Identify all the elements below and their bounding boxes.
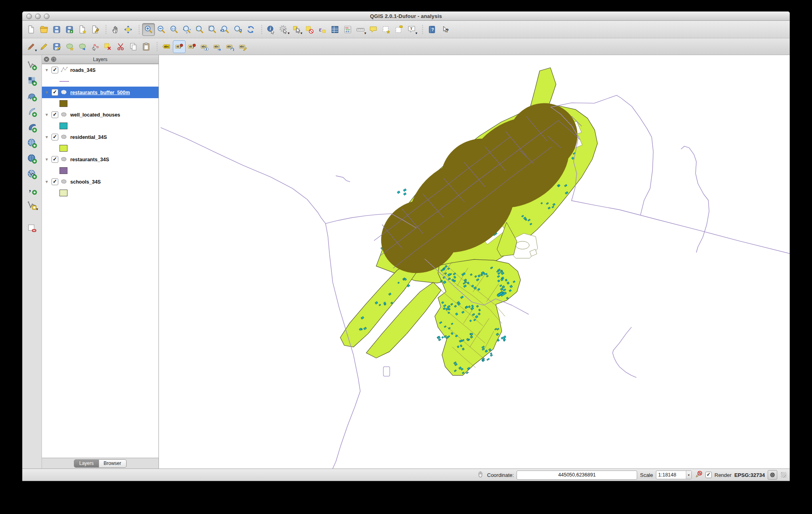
new-bookmark-button[interactable] [380,23,392,36]
layer-visibility-checkbox[interactable]: ✓ [51,89,58,96]
mouse-position-icon[interactable] [476,471,484,480]
layer-name[interactable]: well_located_houses [70,112,120,118]
show-bookmarks-button[interactable] [392,23,405,36]
new-shapefile-layer-button[interactable]: ▼ [25,198,39,212]
add-vector-layer-button[interactable] [25,58,39,72]
pin-unpin-labels-button[interactable]: ab [173,40,186,53]
add-wfs-layer-button[interactable] [25,167,39,181]
open-project-button[interactable] [38,23,50,36]
layer-item-restaurants_buffer_500m[interactable]: ▼ ✓ restaurants_buffer_500m [42,87,158,98]
zoom-button[interactable] [44,14,50,19]
layer-labeling-options-button[interactable]: abc [160,40,173,53]
coordinate-input[interactable] [517,471,637,480]
layer-visibility-checkbox[interactable]: ✓ [51,156,58,163]
scale-combo[interactable]: 1:18148 ▼ [656,471,692,479]
move-feature-button[interactable] [76,40,89,53]
expand-triangle-icon[interactable]: ▼ [44,180,49,184]
help-contents-button[interactable]: ? [426,23,438,36]
save-project-as-button[interactable] [63,23,76,36]
expand-triangle-icon[interactable]: ▼ [44,157,49,162]
layer-name[interactable]: restaurants_34S [70,157,109,162]
layer-name[interactable]: restaurants_buffer_500m [70,90,130,95]
node-tool-button[interactable] [89,40,101,53]
add-feature-button[interactable] [63,40,76,53]
zoom-next-button[interactable] [232,23,244,36]
layer-item-well_located_houses[interactable]: ▼ ✓ well_located_houses [42,109,158,121]
add-delimited-text-layer-button[interactable]: , [25,183,39,196]
text-annotation-button[interactable]: T▼ [405,23,418,36]
layer-visibility-checkbox[interactable]: ✓ [51,111,58,118]
close-button[interactable] [26,14,32,19]
stop-render-icon[interactable] [695,471,703,480]
layer-visibility-checkbox[interactable]: ✓ [51,134,58,140]
save-project-button[interactable] [50,23,63,36]
render-checkbox[interactable]: ✓ [705,472,712,478]
layer-swatch-row [42,121,158,131]
expand-triangle-icon[interactable]: ▼ [44,90,49,95]
crs-status-button[interactable] [768,470,777,480]
copy-features-button[interactable] [127,40,140,53]
add-wms-layer-button[interactable] [25,136,39,150]
layer-visibility-checkbox[interactable]: ✓ [51,178,58,185]
new-print-composer-button[interactable] [76,23,89,36]
identify-features-button[interactable]: i [265,23,277,36]
tab-layers[interactable]: Layers [74,459,99,468]
pan-map-button[interactable] [109,23,122,36]
expand-triangle-icon[interactable]: ▼ [44,113,49,117]
minimize-button[interactable] [35,14,41,19]
resize-grip[interactable] [781,472,786,478]
map-tips-button[interactable] [367,23,380,36]
layer-visibility-checkbox[interactable]: ✓ [51,67,58,73]
layer-item-residential_34S[interactable]: ▼ ✓ residential_34S [42,131,158,143]
layer-name[interactable]: residential_34S [70,134,107,140]
delete-selected-button[interactable] [101,40,114,53]
add-postgis-layer-button[interactable] [25,89,39,103]
change-label-button[interactable]: abc [237,40,250,53]
zoom-in-button[interactable] [142,23,155,36]
select-by-expression-button[interactable]: ε [316,23,329,36]
add-spatialite-layer-button[interactable] [25,105,39,119]
run-feature-action-button[interactable]: ▼ [277,23,290,36]
add-wcs-layer-button[interactable] [25,152,39,165]
show-hide-labels-button[interactable]: abc [198,40,211,53]
toggle-editing-button[interactable] [38,40,50,53]
cut-features-button[interactable] [114,40,127,53]
layer-item-schools_34S[interactable]: ▼ ✓ schools_34S [42,176,158,188]
composer-manager-button[interactable] [89,23,101,36]
layer-item-restaurants_34S[interactable]: ▼ ✓ restaurants_34S [42,154,158,165]
whats-this-button[interactable]: ? [438,23,451,36]
current-edits-button[interactable]: ▼ [25,40,38,53]
layer-item-roads_34S[interactable]: ▼ ✓ roads_34S [42,64,158,76]
new-project-button[interactable] [25,23,38,36]
add-mssql-layer-button[interactable] [25,121,39,134]
zoom-to-selection-button[interactable] [193,23,206,36]
layer-name[interactable]: schools_34S [70,179,101,185]
rotate-label-button[interactable]: abc [224,40,237,53]
field-calculator-button[interactable] [341,23,354,36]
select-features-button[interactable]: ▼ [290,23,303,36]
expand-triangle-icon[interactable]: ▼ [44,135,49,139]
refresh-map-button[interactable] [244,23,257,36]
deselect-features-button[interactable] [303,23,316,36]
render-label: Render [715,472,732,478]
pan-to-selection-button[interactable] [122,23,135,36]
map-canvas[interactable] [159,55,790,469]
chevron-down-icon[interactable]: ▼ [686,471,691,479]
layer-name[interactable]: roads_34S [70,67,95,73]
zoom-native-button[interactable]: 1:1 [168,23,180,36]
paste-features-button[interactable] [140,40,152,53]
remove-layer-button[interactable] [25,221,39,235]
save-layer-edits-button[interactable] [50,40,63,53]
add-raster-layer-button[interactable] [25,74,39,87]
title-bar[interactable]: QGIS 2.0.1-Dufour - analysis [22,12,790,21]
open-attribute-table-button[interactable] [329,23,341,36]
zoom-full-button[interactable] [180,23,193,36]
move-label-button[interactable]: abc [211,40,224,53]
zoom-last-button[interactable] [219,23,232,36]
tab-browser[interactable]: Browser [99,459,127,468]
measure-button[interactable]: ▼ [354,23,367,36]
highlight-pinned-labels-button[interactable]: ab [186,40,198,53]
zoom-to-layer-button[interactable] [206,23,219,36]
zoom-out-button[interactable] [155,23,168,36]
expand-triangle-icon[interactable]: ▼ [44,68,49,72]
